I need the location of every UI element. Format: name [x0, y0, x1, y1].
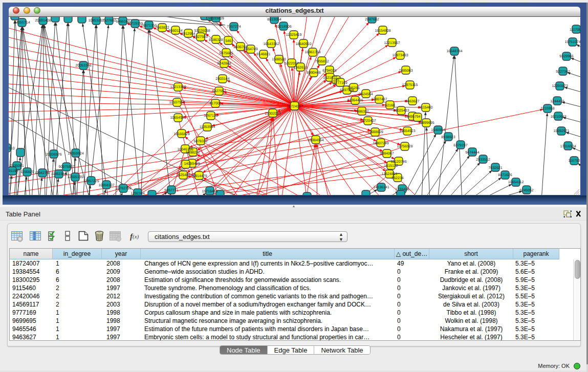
svg-text:12942757: 12942757 — [34, 171, 50, 175]
svg-text:6794028: 6794028 — [322, 69, 336, 73]
svg-text:15720407: 15720407 — [360, 119, 376, 123]
svg-text:417006: 417006 — [209, 102, 221, 105]
svg-text:10107552: 10107552 — [169, 101, 185, 104]
svg-text:1156829: 1156829 — [20, 170, 34, 174]
svg-text:17957225: 17957225 — [83, 180, 99, 183]
svg-text:10025433: 10025433 — [393, 109, 409, 113]
svg-text:(x): (x) — [133, 234, 139, 240]
svg-text:7986322: 7986322 — [355, 110, 368, 114]
svg-text:1640954: 1640954 — [431, 128, 445, 132]
svg-text:1292344: 1292344 — [130, 192, 144, 195]
svg-text:7632621: 7632621 — [488, 166, 502, 170]
svg-text:252234: 252234 — [391, 177, 403, 180]
svg-text:1244415: 1244415 — [550, 100, 564, 103]
svg-text:12505135: 12505135 — [67, 176, 83, 179]
svg-text:10688609: 10688609 — [367, 130, 383, 134]
svg-text:12093873: 12093873 — [552, 84, 568, 88]
svg-text:8660124: 8660124 — [168, 29, 182, 33]
svg-text:3624554: 3624554 — [359, 93, 373, 96]
svg-text:8990448: 8990448 — [307, 71, 320, 75]
svg-text:7357274: 7357274 — [227, 25, 241, 29]
svg-text:20691406: 20691406 — [35, 19, 51, 23]
svg-text:15716485: 15716485 — [202, 190, 217, 193]
svg-text:7485063: 7485063 — [399, 69, 412, 73]
svg-text:116753: 116753 — [569, 159, 580, 163]
svg-text:11451944: 11451944 — [51, 172, 67, 176]
svg-text:5498222: 5498222 — [186, 151, 200, 155]
svg-text:18807249: 18807249 — [373, 142, 388, 145]
svg-text:9474444: 9474444 — [465, 151, 479, 155]
svg-text:21364436: 21364436 — [347, 99, 363, 102]
svg-text:9115460: 9115460 — [419, 106, 433, 110]
svg-text:5322037: 5322037 — [285, 62, 298, 65]
svg-text:9227342: 9227342 — [556, 70, 570, 74]
svg-text:16033809: 16033809 — [208, 17, 224, 20]
svg-text:25266910: 25266910 — [9, 147, 15, 150]
svg-text:16648784: 16648784 — [446, 50, 462, 53]
svg-text:8454749: 8454749 — [244, 48, 257, 51]
svg-text:10654983: 10654983 — [170, 116, 186, 120]
svg-text:2933512: 2933512 — [476, 158, 490, 162]
svg-text:9329966: 9329966 — [559, 55, 573, 58]
svg-text:19756928: 19756928 — [397, 145, 412, 148]
svg-text:5878332: 5878332 — [193, 140, 207, 143]
svg-text:16961758: 16961758 — [304, 51, 320, 54]
svg-text:8471626: 8471626 — [498, 173, 512, 177]
svg-text:1362615: 1362615 — [293, 66, 307, 70]
svg-text:391194: 391194 — [9, 169, 18, 173]
svg-text:14136141: 14136141 — [373, 186, 389, 189]
svg-text:16543382: 16543382 — [263, 42, 279, 46]
svg-text:16782759: 16782759 — [115, 187, 131, 190]
svg-text:19654923: 19654923 — [399, 129, 415, 133]
svg-text:2535061: 2535061 — [10, 164, 24, 168]
svg-text:90975867: 90975867 — [58, 165, 74, 169]
svg-text:11353594: 11353594 — [200, 125, 215, 129]
svg-text:18724007: 18724007 — [287, 105, 302, 108]
svg-text:11325419: 11325419 — [286, 33, 302, 37]
svg-text:1588520: 1588520 — [272, 58, 286, 61]
svg-text:19218506: 19218506 — [275, 25, 291, 29]
svg-text:9463627: 9463627 — [405, 100, 419, 103]
svg-text:8813054: 8813054 — [267, 18, 281, 21]
svg-text:10807487: 10807487 — [371, 98, 387, 101]
svg-text:18495794: 18495794 — [404, 115, 420, 119]
svg-text:1117064: 1117064 — [570, 28, 580, 32]
svg-text:7625402: 7625402 — [176, 173, 190, 177]
svg-text:9857771: 9857771 — [164, 189, 178, 192]
svg-text:25302033: 25302033 — [265, 112, 280, 116]
svg-text:7955812: 7955812 — [315, 60, 329, 63]
svg-text:16671355: 16671355 — [141, 24, 157, 28]
svg-text:7663822: 7663822 — [155, 26, 169, 30]
svg-text:1733426: 1733426 — [395, 188, 409, 191]
svg-text:19166829: 19166829 — [173, 133, 189, 136]
svg-text:5875685: 5875685 — [219, 52, 233, 55]
svg-text:8938923: 8938923 — [441, 136, 455, 139]
svg-text:19384554: 19384554 — [308, 139, 323, 142]
svg-text:746266: 746266 — [347, 86, 359, 90]
svg-text:16154808: 16154808 — [375, 29, 390, 33]
svg-text:16914479: 16914479 — [191, 174, 207, 178]
svg-text:1615132: 1615132 — [384, 164, 398, 168]
svg-text:9242848: 9242848 — [217, 62, 231, 65]
svg-text:546: 546 — [225, 39, 231, 43]
svg-text:17359924: 17359924 — [68, 152, 83, 156]
svg-text:10958107: 10958107 — [98, 184, 114, 187]
svg-text:15751074: 15751074 — [564, 40, 580, 44]
svg-text:13524851: 13524851 — [381, 172, 397, 176]
svg-text:14055714: 14055714 — [14, 21, 30, 25]
svg-text:18640910: 18640910 — [295, 42, 311, 46]
svg-text:9777169: 9777169 — [333, 81, 347, 85]
svg-text:53226058: 53226058 — [194, 29, 210, 33]
svg-text:12213369: 12213369 — [170, 85, 186, 89]
svg-text:3215958: 3215958 — [540, 107, 554, 111]
svg-text:9245052: 9245052 — [519, 189, 533, 192]
svg-text:14099489: 14099489 — [184, 162, 200, 166]
svg-text:62160: 62160 — [385, 104, 395, 107]
svg-text:12975115: 12975115 — [402, 83, 418, 87]
svg-text:10973493: 10973493 — [392, 54, 408, 57]
svg-text:17016504: 17016504 — [560, 145, 576, 148]
svg-text:9327503: 9327503 — [193, 35, 207, 39]
svg-text:10654112: 10654112 — [508, 181, 524, 184]
svg-text:1527602: 1527602 — [102, 19, 116, 23]
svg-text:3267130: 3267130 — [204, 114, 217, 118]
